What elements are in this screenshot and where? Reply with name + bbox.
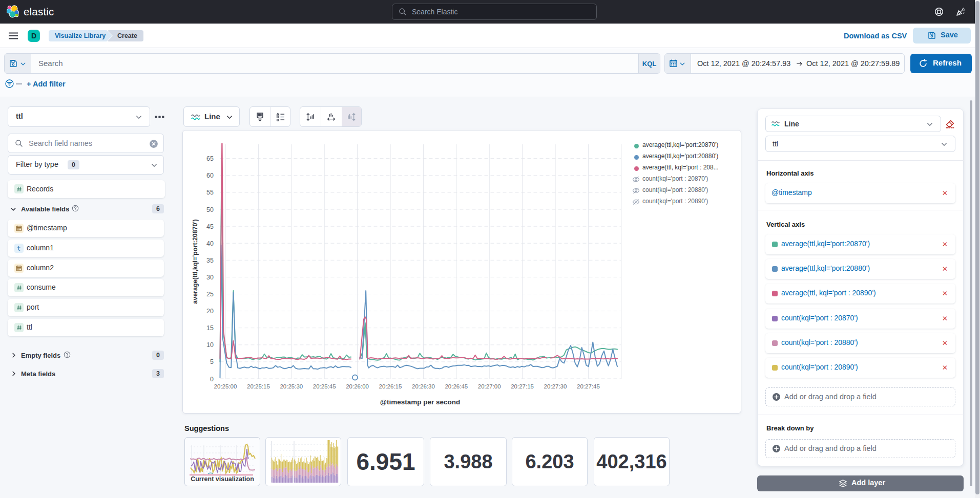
svg-text:20:26:15: 20:26:15 (379, 383, 402, 389)
svg-text:20: 20 (206, 308, 214, 315)
svg-text:10: 10 (206, 341, 214, 349)
svg-text:15: 15 (206, 324, 214, 332)
svg-text:25: 25 (206, 291, 214, 298)
svg-text:40: 40 (206, 240, 214, 247)
svg-text:20:26:45: 20:26:45 (445, 383, 468, 389)
svg-text:5: 5 (210, 358, 214, 365)
svg-text:20:27:00: 20:27:00 (478, 383, 501, 389)
svg-text:20:25:45: 20:25:45 (313, 383, 336, 389)
svg-text:20:25:00: 20:25:00 (214, 383, 237, 389)
svg-text:55: 55 (206, 189, 214, 196)
svg-text:20:26:00: 20:26:00 (346, 383, 369, 389)
svg-text:20:27:15: 20:27:15 (511, 383, 534, 389)
svg-text:average(ttl,kql='port:20870'): average(ttl,kql='port:20870') (192, 219, 199, 304)
svg-text:20:26:30: 20:26:30 (412, 383, 435, 389)
svg-text:50: 50 (206, 206, 214, 213)
svg-text:45: 45 (206, 223, 214, 230)
svg-text:0: 0 (210, 376, 214, 383)
svg-text:30: 30 (206, 274, 214, 281)
svg-text:20:25:15: 20:25:15 (247, 383, 270, 389)
svg-text:@timestamp per second: @timestamp per second (380, 398, 460, 406)
svg-text:35: 35 (206, 257, 214, 264)
svg-text:65: 65 (206, 155, 214, 162)
svg-text:20:27:30: 20:27:30 (544, 383, 567, 389)
svg-text:60: 60 (206, 172, 214, 179)
svg-text:20:25:30: 20:25:30 (280, 383, 303, 389)
svg-text:20:27:45: 20:27:45 (577, 383, 600, 389)
